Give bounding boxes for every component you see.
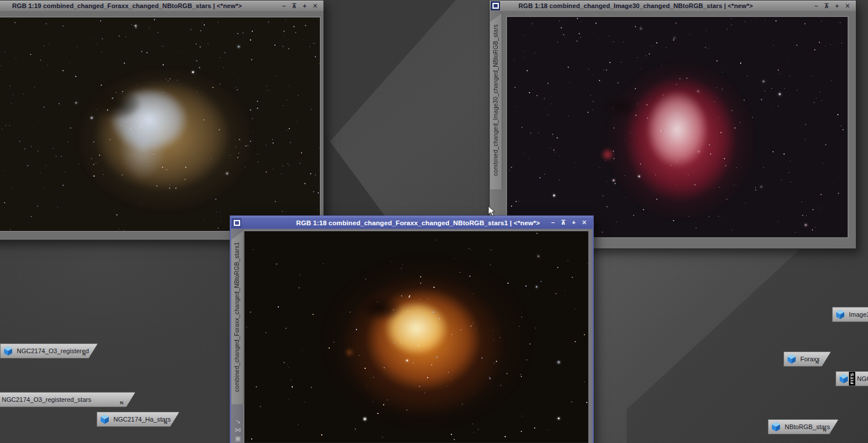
- image-cube-icon: [100, 414, 110, 424]
- nebula-sho-blue-tan: [0, 17, 320, 231]
- workspace-background-gap: [323, 0, 489, 249]
- minimize-button[interactable]: –: [812, 3, 821, 9]
- window-titlebar[interactable]: RGB 1:18 combined_changed_Image30_change…: [490, 1, 856, 11]
- image-cube-icon: [786, 354, 797, 364]
- maximize-button[interactable]: +: [569, 219, 578, 226]
- image-cube-icon: [838, 374, 849, 384]
- fit-view-icon[interactable]: ⋈: [232, 426, 244, 433]
- icon-label: NGC2174_O3_registered: [17, 347, 89, 354]
- view-tab-label: combined_changed_Image30_changed_NBtoRGB…: [492, 24, 499, 176]
- window-title: RGB 1:18 combined_changed_Image30_change…: [502, 2, 753, 9]
- fits-format-flag: FITS: [849, 372, 855, 386]
- pixinsight-workspace: { "windows": [ { "title": "RGB 1:19 comb…: [0, 0, 868, 443]
- image-cube-icon: [3, 346, 13, 356]
- new-flag: N: [164, 420, 167, 425]
- image-view[interactable]: [0, 17, 320, 231]
- window-title: RGB 1:18 combined_changed_Foraxx_changed…: [244, 219, 593, 226]
- new-flag: N: [823, 427, 826, 433]
- nebula-orange: [244, 231, 589, 443]
- window-titlebar[interactable]: RGB 1:19 combined_changed_Foraxx_changed…: [0, 1, 323, 11]
- iconized-image-ngc2-fits[interactable]: FITS NGC2: [836, 371, 868, 386]
- shade-button[interactable]: ⊼: [290, 3, 299, 9]
- window-select-icon[interactable]: [491, 1, 500, 10]
- maximize-button[interactable]: +: [300, 3, 309, 9]
- icon-label: NGC2: [857, 375, 868, 382]
- image-window-image30-nbtorgb-stars: RGB 1:18 combined_changed_Image30_change…: [489, 0, 856, 249]
- window-select-icon[interactable]: [232, 218, 241, 228]
- minimize-button[interactable]: –: [549, 219, 557, 226]
- new-flag: N: [120, 400, 123, 405]
- view-selector-tab[interactable]: combined_changed_Foraxx_changed_NBtoRGB_…: [231, 230, 244, 404]
- image-window-foraxx-nbtorgb-stars: RGB 1:19 combined_changed_Foraxx_changed…: [0, 0, 324, 240]
- image-view[interactable]: [507, 17, 848, 237]
- image-cube-icon: [771, 422, 781, 432]
- close-button[interactable]: ✕: [843, 3, 852, 9]
- icon-label: NGC2174_Ha_stars: [113, 416, 171, 423]
- window-titlebar[interactable]: RGB 1:18 combined_changed_Foraxx_changed…: [231, 217, 593, 229]
- shade-button[interactable]: ⊼: [559, 219, 568, 226]
- nebula-red: [507, 17, 848, 237]
- image-view[interactable]: [244, 231, 589, 443]
- image-cube-icon: [835, 309, 845, 320]
- shade-button[interactable]: ⊼: [822, 3, 831, 9]
- iconized-image-ngc2174-o3-registered-stars[interactable]: NGC2174_O3_registered_stars N: [0, 392, 135, 407]
- view-selector-tab[interactable]: combined_changed_Image30_changed_NBtoRGB…: [490, 13, 502, 189]
- maximize-button[interactable]: +: [833, 3, 841, 9]
- icon-label: NGC2174_O3_registered_stars: [2, 396, 91, 403]
- iconized-image-nbtorgb-stars[interactable]: NBtoRGB_stars N: [768, 419, 838, 434]
- new-flag: N: [82, 352, 86, 357]
- icon-label: Image3: [849, 311, 868, 318]
- window-title: RGB 1:19 combined_changed_Foraxx_changed…: [0, 2, 242, 9]
- mouse-cursor: [488, 206, 496, 217]
- minimize-button[interactable]: –: [279, 3, 288, 9]
- image-window-foraxx-nbtorgb-stars1: RGB 1:18 combined_changed_Foraxx_changed…: [230, 215, 594, 443]
- workspace-triangle: [591, 248, 868, 443]
- zoom-mode-icon[interactable]: ▣: [232, 435, 244, 442]
- iconized-image-ngc2174-ha-stars[interactable]: NGC2174_Ha_stars N: [97, 412, 179, 427]
- workspace-background-right: [591, 248, 868, 443]
- iconized-image-ngc2174-o3-registered[interactable]: NGC2174_O3_registered N: [0, 343, 98, 358]
- pan-mode-icon[interactable]: ↘: [232, 418, 244, 424]
- close-button[interactable]: ✕: [311, 3, 319, 9]
- close-button[interactable]: ✕: [580, 219, 589, 226]
- iconized-image-image30[interactable]: Image3: [832, 307, 868, 322]
- view-tab-label: combined_changed_Foraxx_changed_NBtoRGB_…: [234, 242, 240, 392]
- new-flag: N: [815, 360, 819, 365]
- view-tab-column: combined_changed_Foraxx_changed_NBtoRGB_…: [231, 229, 244, 443]
